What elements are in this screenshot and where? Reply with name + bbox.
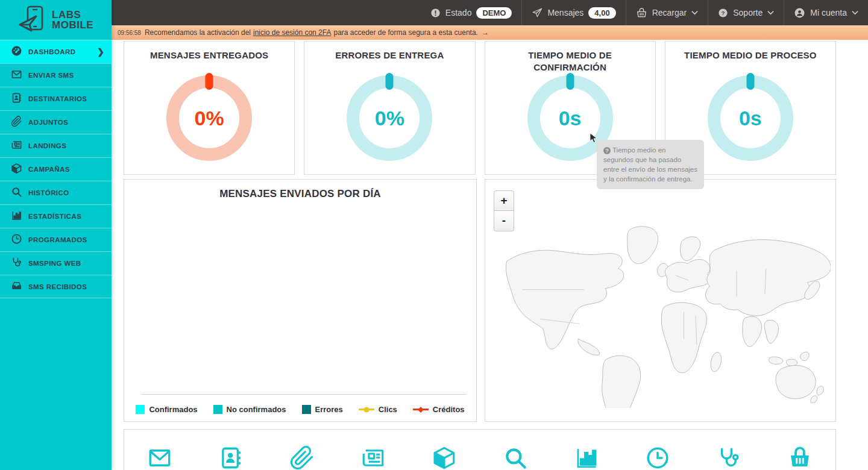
chart-card: MENSAJES ENVIADOS POR DÍA Confirmados No… xyxy=(124,179,477,422)
bar-chart-icon[interactable] xyxy=(574,445,599,470)
question-circle-icon: ? xyxy=(718,8,728,18)
topbar-soporte-label: Soporte xyxy=(733,8,763,17)
sidebar-item-label: DASHBOARD xyxy=(28,48,75,55)
question-circle-icon: ? xyxy=(603,147,611,154)
sidebar-item-label: HISTÓRICO xyxy=(28,189,69,196)
legend-label: No confirmados xyxy=(227,405,286,414)
stethoscope-icon xyxy=(11,257,22,271)
sidebar-item-dashboard[interactable]: DASHBOARD ❯ xyxy=(0,40,112,63)
sidebar-item-smsping-web[interactable]: SMSPING WEB xyxy=(0,251,112,275)
brand-line2: MOBILE xyxy=(52,20,93,30)
cube-icon[interactable] xyxy=(432,445,457,470)
user-circle-icon xyxy=(794,7,805,19)
sidebar-item-historico[interactable]: HISTÓRICO xyxy=(0,181,112,204)
brand-logo[interactable]: LABS MOBILE xyxy=(0,0,112,40)
status-badge: DEMO xyxy=(476,7,512,19)
sidebar-item-adjuntos[interactable]: ADJUNTOS xyxy=(0,110,112,134)
kpi-value: 0s xyxy=(739,107,762,130)
world-map[interactable] xyxy=(490,215,831,408)
kpi-value: 0s xyxy=(559,107,582,130)
legend-item-confirmados[interactable]: Confirmados xyxy=(136,405,197,414)
paperclip-icon xyxy=(11,116,22,130)
topbar-estado[interactable]: Estado DEMO xyxy=(421,0,522,25)
clock-icon[interactable] xyxy=(645,445,670,470)
newspaper-icon[interactable] xyxy=(360,445,386,470)
envelope-icon[interactable] xyxy=(147,445,172,470)
2fa-link[interactable]: inicio de sesión con 2FA xyxy=(253,28,331,37)
sidebar-item-sms-recibidos[interactable]: SMS RECIBIDOS xyxy=(0,275,112,298)
paper-plane-icon xyxy=(532,7,542,18)
sidebar-item-label: SMS RECIBIDOS xyxy=(28,283,87,290)
envelope-icon xyxy=(11,69,22,83)
donut-chart: 0% xyxy=(166,75,252,161)
kpi-title: MENSAJES ENTREGADOS xyxy=(124,49,294,61)
notification-text-before: Recomendamos la activación del xyxy=(145,28,251,37)
sidebar-item-enviar-sms[interactable]: ENVIAR SMS xyxy=(0,63,112,87)
credits-badge: 4,00 xyxy=(588,7,615,19)
quick-links-bar xyxy=(124,429,836,470)
chevron-down-icon xyxy=(767,10,774,15)
kpi-card-errores-entrega: ERRORES DE ENTREGA 0% xyxy=(304,41,475,175)
map-card: + - xyxy=(485,179,836,422)
svg-text:?: ? xyxy=(722,10,725,16)
bar-chart-icon xyxy=(11,210,22,224)
notification-time: 09:56:58 xyxy=(118,30,141,36)
topbar-soporte[interactable]: ? Soporte xyxy=(708,0,784,25)
chevron-right-icon: ❯ xyxy=(97,47,104,57)
sidebar-item-label: SMSPING WEB xyxy=(28,260,81,267)
phone-paper-plane-icon xyxy=(18,4,46,36)
topbar-mi-cuenta[interactable]: Mi cuenta xyxy=(784,0,868,25)
sidebar-item-label: LANDINGS xyxy=(28,142,66,149)
topbar-mensajes-label: Mensajes xyxy=(547,8,583,17)
sidebar-item-programados[interactable]: PROGRAMADOS xyxy=(0,228,112,251)
alert-circle-icon xyxy=(430,8,441,18)
donut-notch xyxy=(746,73,754,90)
sidebar-item-campanas[interactable]: CAMPAÑAS xyxy=(0,157,112,181)
sidebar-item-destinatarios[interactable]: DESTINATARIOS xyxy=(0,87,112,110)
mouse-cursor xyxy=(590,133,598,146)
legend-swatch xyxy=(213,405,222,414)
middle-row: MENSAJES ENVIADOS POR DÍA Confirmados No… xyxy=(124,179,836,422)
legend-item-errores[interactable]: Errores xyxy=(302,405,343,414)
notification-text-after: para acceder de forma segura a esta cuen… xyxy=(333,28,477,37)
chevron-down-icon xyxy=(852,10,858,15)
paperclip-icon[interactable] xyxy=(289,445,315,470)
notification-bar: 09:56:58 Recomendamos la activación del … xyxy=(112,25,868,40)
map-zoom-out-button[interactable]: - xyxy=(494,211,514,231)
legend-swatch xyxy=(359,409,374,410)
donut-chart: 0% xyxy=(347,75,432,161)
donut-notch xyxy=(386,73,394,90)
sidebar-item-landings[interactable]: LANDINGS xyxy=(0,134,112,157)
sidebar: LABS MOBILE DASHBOARD ❯ ENVIAR SMS xyxy=(0,0,112,470)
legend-item-no-confirmados[interactable]: No confirmados xyxy=(213,405,286,414)
legend-label: Errores xyxy=(315,405,343,414)
sidebar-item-label: CAMPAÑAS xyxy=(28,166,70,173)
map-zoom-in-button[interactable]: + xyxy=(494,190,514,211)
chart-x-axis xyxy=(141,394,467,395)
kpi-title: ERRORES DE ENTREGA xyxy=(304,49,474,61)
map-zoom-controls: + - xyxy=(494,190,514,231)
sidebar-item-estadisticas[interactable]: ESTADÍSTICAS xyxy=(0,204,112,228)
inbox-icon xyxy=(11,280,22,293)
contacts-icon xyxy=(11,92,22,106)
legend-item-clics[interactable]: Clics xyxy=(359,405,397,414)
tooltip-text: Tiempo medio en segundos que ha pasado e… xyxy=(603,146,697,183)
contacts-icon[interactable] xyxy=(218,445,244,470)
basket-icon xyxy=(636,7,647,19)
legend-swatch xyxy=(302,405,311,414)
topbar: Estado DEMO Mensajes 4,00 Recargar ? Sop… xyxy=(112,0,868,25)
sidebar-item-label: DESTINATARIOS xyxy=(28,95,87,102)
search-icon[interactable] xyxy=(503,445,528,470)
search-icon xyxy=(11,186,22,200)
basket-icon[interactable] xyxy=(787,445,813,470)
topbar-mensajes[interactable]: Mensajes 4,00 xyxy=(521,0,625,25)
legend-item-creditos[interactable]: Créditos xyxy=(413,405,465,414)
topbar-estado-label: Estado xyxy=(445,8,472,17)
stethoscope-icon[interactable] xyxy=(716,445,741,470)
notification-arrow-link[interactable]: → xyxy=(482,28,489,37)
topbar-recargar[interactable]: Recargar xyxy=(626,0,708,25)
newspaper-icon xyxy=(11,139,22,153)
kpi-value: 0% xyxy=(375,107,404,130)
kpi-row: MENSAJES ENTREGADOS 0% ERRORES DE ENTREG… xyxy=(124,41,836,175)
main-content: MENSAJES ENTREGADOS 0% ERRORES DE ENTREG… xyxy=(112,40,868,470)
